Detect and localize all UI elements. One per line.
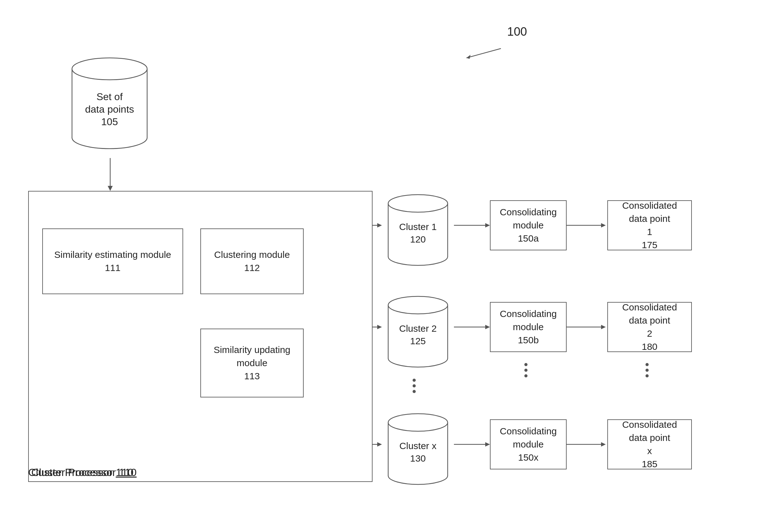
svg-point-34: [72, 58, 147, 80]
similarity-updating-box: Similarity updating module113: [200, 329, 304, 397]
consolidating-150x-box: Consolidating module150x: [490, 419, 567, 469]
diagram-label-100: 100: [507, 25, 527, 38]
svg-marker-3: [108, 186, 113, 191]
cylinder-svg: Set of data points 105: [66, 41, 153, 153]
svg-marker-19: [485, 223, 490, 228]
consolidated-x-label: Consolidateddata pointx185: [622, 418, 677, 471]
clusterx-cylinder: Cluster x 130: [382, 401, 454, 488]
consolidated-2-box: Consolidateddata point2180: [607, 302, 692, 352]
svg-text:Set of: Set of: [97, 91, 123, 102]
svg-text:Cluster 1: Cluster 1: [399, 222, 437, 232]
svg-marker-17: [377, 442, 382, 447]
consolidated-x-box: Consolidateddata pointx185: [607, 419, 692, 469]
consolidated-1-box: Consolidateddata point1175: [607, 200, 692, 250]
svg-point-49: [388, 296, 448, 314]
svg-text:Cluster 2: Cluster 2: [399, 323, 437, 334]
consolidated-dots: [645, 363, 649, 377]
svg-marker-21: [485, 325, 490, 329]
svg-marker-15: [377, 325, 382, 329]
similarity-updating-label: Similarity updating module113: [204, 343, 300, 383]
similarity-estimating-label: Similarity estimating module111: [54, 248, 171, 274]
similarity-estimating-box: Similarity estimating module111: [42, 228, 183, 294]
data-source-cylinder: Set of data points 105: [66, 41, 153, 153]
svg-text:data points: data points: [85, 104, 134, 115]
consolidating-150b-box: Consolidating module150b: [490, 302, 567, 352]
svg-line-0: [466, 48, 501, 58]
cluster-dots: [413, 379, 416, 393]
consolidated-1-label: Consolidateddata point1175: [622, 199, 677, 252]
svg-text:105: 105: [101, 116, 118, 127]
consolidating-150a-box: Consolidating module150a: [490, 200, 567, 250]
consolidated-2-label: Consolidateddata point2180: [622, 301, 677, 353]
svg-point-42: [388, 195, 448, 212]
cluster1-cylinder: Cluster 1 120: [382, 182, 454, 269]
diagram: 100 Set of data points 105 Cluster Proce…: [0, 0, 782, 532]
consolidating-150a-label: Consolidating module150a: [494, 205, 563, 245]
consolidating-150b-label: Consolidating module150b: [494, 307, 563, 347]
consolidating-150x-label: Consolidating module150x: [494, 425, 563, 464]
svg-text:Cluster x: Cluster x: [399, 441, 436, 451]
svg-text:125: 125: [410, 336, 426, 346]
consolidating-dots: [524, 363, 528, 377]
svg-marker-1: [466, 55, 470, 59]
clustering-module-box: Clustering module112: [200, 228, 304, 294]
svg-marker-27: [601, 325, 606, 329]
cluster-processor-bottom-label: Cluster Processor 110: [31, 466, 137, 479]
clustering-module-label: Clustering module112: [214, 248, 290, 274]
svg-marker-13: [377, 223, 382, 228]
svg-text:120: 120: [410, 234, 426, 244]
cluster2-cylinder: Cluster 2 125: [382, 283, 454, 371]
svg-point-56: [388, 414, 448, 431]
svg-marker-23: [485, 442, 490, 447]
svg-marker-25: [601, 223, 606, 228]
svg-text:130: 130: [410, 453, 426, 463]
svg-marker-29: [601, 442, 606, 447]
